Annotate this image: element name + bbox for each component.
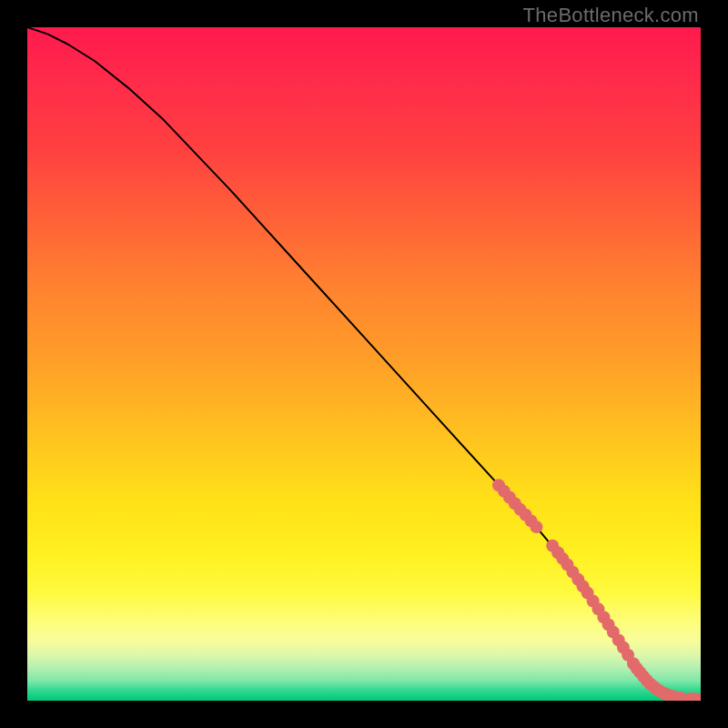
data-marker [530,521,542,533]
curve-line [27,27,701,700]
watermark-text: TheBottleneck.com [523,4,699,27]
curve-path [27,27,701,700]
data-markers [492,479,701,701]
chart-svg [27,27,701,701]
chart-frame: TheBottleneck.com [0,0,728,728]
plot-area [27,27,701,701]
